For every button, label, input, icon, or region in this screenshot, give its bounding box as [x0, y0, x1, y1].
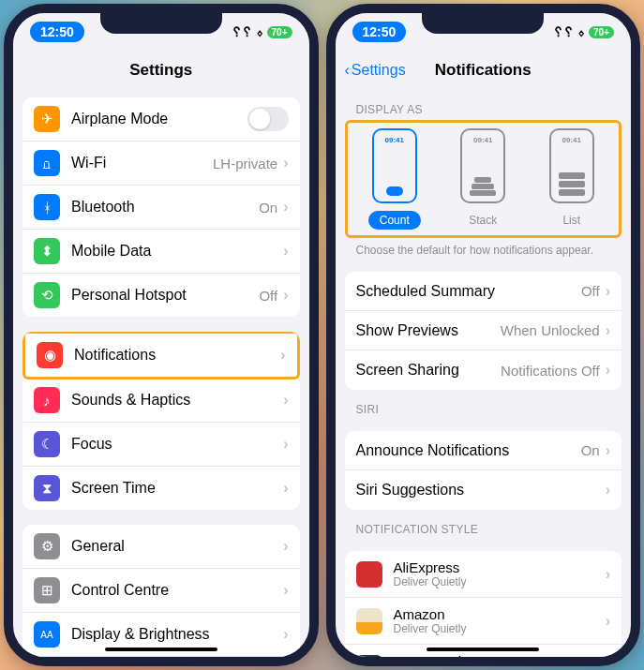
row-label: Scheduled Summary	[356, 283, 581, 300]
mini-time: 09:41	[385, 136, 404, 144]
row-value: On	[259, 200, 277, 216]
mini-phone-icon: 09:41	[460, 128, 505, 203]
display-option-count[interactable]: 09:41Count	[353, 128, 437, 230]
row-scheduled-summary[interactable]: Scheduled SummaryOff›	[345, 272, 622, 311]
app-row-aliexpress[interactable]: AliExpressDeliver Quietly›	[345, 551, 622, 598]
app-sub: Deliver Quietly	[394, 575, 606, 588]
chevron-right-icon: ›	[283, 626, 288, 643]
app-info: AliExpressDeliver Quietly	[394, 559, 606, 588]
row-siri-suggestions[interactable]: Siri Suggestions›	[345, 470, 622, 510]
chevron-right-icon: ›	[283, 538, 288, 555]
siri-group: Announce NotificationsOn›Siri Suggestion…	[345, 431, 622, 510]
time-pill[interactable]: 12:50	[30, 22, 84, 42]
chevron-right-icon: ›	[606, 613, 610, 630]
screen-time-icon: ⧗	[34, 475, 60, 501]
row-label: Siri Suggestions	[356, 482, 606, 499]
home-indicator[interactable]	[427, 648, 539, 651]
chevron-right-icon: ›	[283, 287, 288, 304]
row-value: On	[581, 442, 600, 458]
wifi-icon: ⩍	[34, 150, 60, 176]
display-as-highlight: 09:41Count09:41Stack09:41List	[345, 120, 622, 238]
toggle-switch[interactable]	[247, 107, 289, 131]
app-name: AliExpress	[394, 559, 606, 575]
row-label: Announce Notifications	[356, 442, 581, 459]
row-announce-notifications[interactable]: Announce NotificationsOn›	[345, 431, 622, 470]
chevron-right-icon: ›	[283, 199, 288, 216]
settings-row-wi-fi[interactable]: ⩍Wi-FiLH-private›	[22, 141, 300, 186]
row-value: Off	[259, 288, 277, 304]
row-label: Screen Sharing	[356, 362, 502, 379]
chevron-right-icon: ›	[283, 392, 288, 409]
chevron-right-icon: ›	[283, 155, 288, 171]
chevron-right-icon: ›	[280, 347, 285, 364]
back-button[interactable]: ‹ Settings	[345, 62, 406, 79]
mini-time: 09:41	[562, 136, 581, 144]
chevron-right-icon: ›	[283, 243, 288, 260]
mini-phone-icon: 09:41	[372, 128, 417, 203]
settings-row-control-centre[interactable]: ⊞Control Centre›	[22, 569, 300, 613]
row-label: Personal Hotspot	[71, 287, 259, 304]
app-icon	[356, 561, 382, 588]
hotspot-icon: ⟲	[34, 282, 60, 308]
settings-row-personal-hotspot[interactable]: ⟲Personal HotspotOff›	[22, 274, 300, 317]
notifications-content[interactable]: Display As09:41Count09:41Stack09:41ListC…	[336, 90, 632, 657]
status-right: ␦␦ ⬨ 70+	[553, 24, 614, 40]
display-option-stack[interactable]: 09:41Stack	[442, 128, 525, 230]
wifi-icon: ⬨	[577, 24, 585, 39]
row-label: Bluetooth	[71, 199, 259, 216]
settings-row-screen-time[interactable]: ⧗Screen Time›	[22, 467, 300, 510]
row-label: Sounds & Haptics	[71, 392, 283, 409]
siri-header: Siri	[356, 403, 611, 416]
display-icon: AA	[34, 621, 60, 648]
settings-row-focus[interactable]: ☾Focus›	[22, 423, 300, 467]
wifi-icon: ⬨	[256, 24, 263, 39]
general-icon: ⚙	[34, 533, 60, 559]
row-screen-sharing[interactable]: Screen SharingNotifications Off›	[345, 350, 622, 390]
row-label: Wi-Fi	[71, 155, 213, 171]
notification-style-group: AliExpressDeliver Quietly›AmazonDeliver …	[345, 551, 622, 657]
row-label: Focus	[71, 436, 283, 453]
row-show-previews[interactable]: Show PreviewsWhen Unlocked›	[345, 311, 622, 350]
app-name: Amazon Photos	[394, 653, 606, 657]
notifications-screen: 12:50 ␦␦ ⬨ 70+ ‹ Settings Notifications …	[326, 4, 641, 666]
control-centre-icon: ⊞	[34, 577, 60, 603]
settings-list[interactable]: ✈Airplane Mode⩍Wi-FiLH-private›ᚼBluetoot…	[13, 90, 309, 657]
back-label: Settings	[352, 62, 406, 79]
row-label: Airplane Mode	[71, 111, 247, 127]
mini-time: 09:41	[473, 136, 492, 144]
settings-row-notifications[interactable]: ◉Notifications›	[22, 332, 300, 380]
mini-phone-icon: 09:41	[549, 128, 594, 203]
notch	[422, 9, 544, 34]
settings-row-general[interactable]: ⚙General›	[22, 525, 300, 569]
row-label: General	[71, 538, 283, 555]
chevron-right-icon: ›	[606, 362, 610, 379]
settings-row-bluetooth[interactable]: ᚼBluetoothOn›	[22, 186, 300, 230]
header: Settings	[13, 51, 309, 90]
settings-row-airplane-mode[interactable]: ✈Airplane Mode	[22, 97, 300, 141]
settings-group: ◉Notifications›♪Sounds & Haptics›☾Focus›…	[22, 332, 300, 510]
chevron-right-icon: ›	[283, 480, 288, 497]
home-indicator[interactable]	[105, 648, 217, 651]
display-as-options: 09:41Count09:41Stack09:41List	[353, 128, 614, 230]
settings-group: ⚙General›⊞Control Centre›AADisplay & Bri…	[22, 525, 300, 657]
header: ‹ Settings Notifications	[336, 51, 632, 90]
notifications-icon: ◉	[37, 342, 63, 368]
app-row-amazon[interactable]: AmazonDeliver Quietly›	[345, 598, 622, 645]
row-label: Display & Brightness	[71, 626, 283, 643]
row-value: LH-private	[213, 156, 277, 171]
row-value: Off	[581, 283, 600, 299]
battery-icon: 70+	[267, 26, 292, 38]
chevron-right-icon: ›	[606, 442, 610, 459]
settings-row-sounds-haptics[interactable]: ♪Sounds & Haptics›	[22, 379, 300, 423]
airplane-icon: ✈	[34, 106, 60, 132]
time-pill[interactable]: 12:50	[352, 22, 407, 42]
notifications-settings-group: Scheduled SummaryOff›Show PreviewsWhen U…	[345, 272, 622, 390]
chevron-left-icon: ‹	[345, 62, 350, 79]
chevron-right-icon: ›	[606, 322, 610, 339]
chevron-right-icon: ›	[606, 566, 610, 583]
display-option-list[interactable]: 09:41List	[531, 128, 614, 230]
app-info: Amazon PhotosBanners, Sounds, Badges	[394, 653, 606, 657]
settings-row-mobile-data[interactable]: ⬍Mobile Data›	[22, 230, 300, 274]
mobile-data-icon: ⬍	[34, 238, 60, 264]
bluetooth-icon: ᚼ	[34, 194, 60, 220]
